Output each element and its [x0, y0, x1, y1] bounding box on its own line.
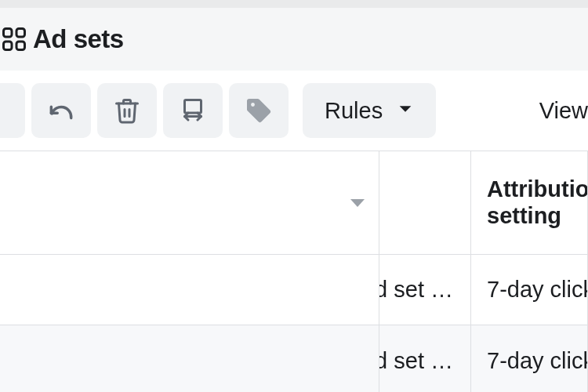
rules-dropdown[interactable]: Rules: [303, 83, 436, 138]
cell-text: d set …: [379, 277, 453, 303]
export-button[interactable]: [163, 83, 223, 138]
column-header-attribution-line1: Attribution: [487, 176, 588, 202]
column-header-attribution[interactable]: Attribution setting: [471, 151, 588, 255]
svg-rect-0: [4, 29, 13, 38]
svg-rect-1: [16, 29, 25, 38]
table-cell[interactable]: 7-day click: [471, 325, 588, 392]
sort-desc-icon: [350, 199, 365, 207]
tab-header: Ad sets: [0, 8, 588, 71]
cell-text: 7-day click: [487, 348, 588, 374]
column-header-attribution-line2: setting: [487, 203, 588, 229]
svg-rect-3: [16, 42, 25, 50]
undo-icon: [46, 96, 76, 125]
data-table: Attribution setting d set … 7-day click …: [0, 151, 588, 392]
svg-rect-2: [4, 42, 13, 50]
tab-title: Ad sets: [33, 24, 124, 54]
toolbar: Rules View: [0, 71, 588, 151]
table-cell[interactable]: d set …: [379, 255, 471, 325]
cell-text: 7-day click: [487, 277, 588, 303]
table-cell[interactable]: 7-day click: [471, 255, 588, 325]
tag-icon: [245, 96, 273, 125]
column-header-2[interactable]: [379, 151, 471, 255]
delete-button[interactable]: [97, 83, 157, 138]
svg-rect-4: [185, 100, 201, 114]
cell-text: d set …: [379, 348, 453, 374]
tag-button[interactable]: [229, 83, 289, 138]
view-menu[interactable]: View: [508, 98, 588, 124]
table-cell[interactable]: d set …: [379, 325, 471, 392]
chevron-down-icon: [397, 100, 414, 121]
adsets-icon: [0, 24, 28, 55]
toolbar-leading-button[interactable]: [0, 83, 25, 138]
table-cell[interactable]: [0, 325, 379, 392]
export-icon: [179, 96, 207, 125]
view-label: View: [539, 98, 588, 123]
svg-point-6: [251, 103, 255, 107]
column-header-1[interactable]: [0, 151, 379, 255]
table-cell[interactable]: [0, 255, 379, 325]
undo-button[interactable]: [31, 83, 91, 138]
trash-icon: [113, 96, 141, 125]
window-top-strip: [0, 0, 588, 8]
rules-label: Rules: [325, 98, 383, 124]
